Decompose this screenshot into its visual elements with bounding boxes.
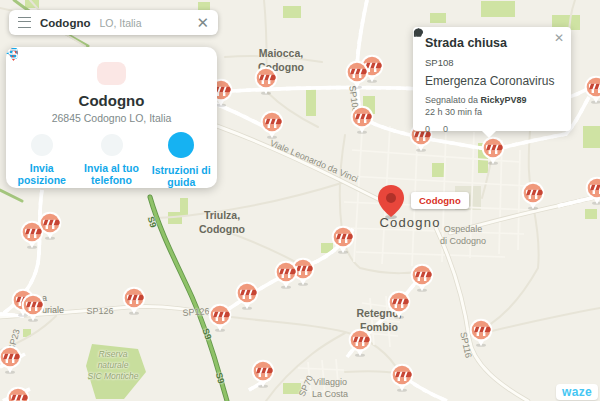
likes-count: 0 — [443, 124, 448, 134]
waze-logo[interactable]: waze — [556, 384, 598, 400]
driving-directions-button[interactable]: Istruzioni di guida — [147, 134, 215, 188]
waze-map-view: Maiocca,CodognoTriulza,CodognoCodognoOsp… — [0, 0, 600, 401]
directions-icon — [168, 132, 194, 158]
report-road: SP108 — [425, 57, 559, 68]
report-title: Strada chiusa — [425, 36, 559, 50]
send-to-phone-button[interactable]: Invia al tuo telefono — [78, 134, 146, 188]
close-icon[interactable]: ✕ — [196, 15, 209, 30]
menu-icon[interactable] — [18, 17, 31, 28]
location-pin-icon — [97, 62, 126, 85]
search-region: LO, Italia — [99, 17, 141, 29]
thumbs-up-icon[interactable] — [413, 27, 424, 38]
location-title: Codogno — [79, 92, 145, 109]
selected-place-chip[interactable]: Codogno — [411, 192, 469, 209]
close-icon[interactable]: ✕ — [554, 31, 564, 45]
comments-count: 0 — [425, 124, 430, 134]
search-query[interactable]: Codogno — [40, 17, 90, 29]
send-to-phone-icon — [101, 134, 123, 156]
search-bar[interactable]: Codogno LO, Italia ✕ — [9, 10, 218, 35]
road-closed-report-card: ✕ Strada chiusa SP108 Emergenza Coronavi… — [413, 27, 571, 131]
location-card: Codogno 26845 Codogno LO, Italia Invia p… — [6, 47, 217, 188]
location-subtitle: 26845 Codogno LO, Italia — [52, 112, 172, 124]
report-reporter: Segnalato da RickyPV89 — [425, 95, 559, 105]
share-icon — [31, 134, 53, 156]
report-reason: Emergenza Coronavirus — [425, 74, 559, 88]
send-location-button[interactable]: Invia posizione — [8, 134, 76, 188]
report-time: 22 h 30 min fa — [425, 107, 559, 117]
card-pointer — [482, 131, 496, 138]
